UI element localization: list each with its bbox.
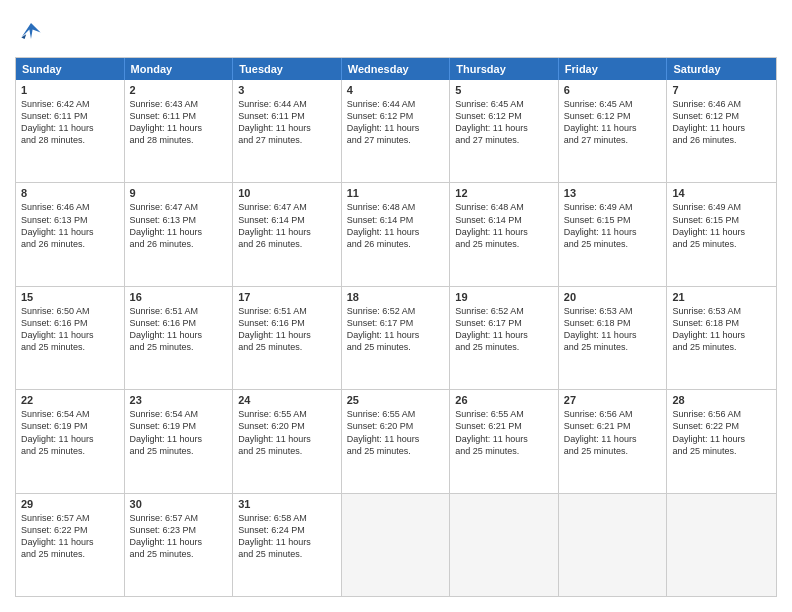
empty-cell (450, 494, 559, 596)
day-cell-23: 23Sunrise: 6:54 AM Sunset: 6:19 PM Dayli… (125, 390, 234, 492)
day-number: 22 (21, 394, 119, 406)
cell-info: Sunrise: 6:49 AM Sunset: 6:15 PM Dayligh… (564, 201, 662, 250)
day-cell-26: 26Sunrise: 6:55 AM Sunset: 6:21 PM Dayli… (450, 390, 559, 492)
weekday-header-thursday: Thursday (450, 58, 559, 80)
day-number: 31 (238, 498, 336, 510)
weekday-header-monday: Monday (125, 58, 234, 80)
cell-info: Sunrise: 6:58 AM Sunset: 6:24 PM Dayligh… (238, 512, 336, 561)
day-number: 20 (564, 291, 662, 303)
day-number: 28 (672, 394, 771, 406)
day-cell-17: 17Sunrise: 6:51 AM Sunset: 6:16 PM Dayli… (233, 287, 342, 389)
cell-info: Sunrise: 6:45 AM Sunset: 6:12 PM Dayligh… (455, 98, 553, 147)
day-number: 11 (347, 187, 445, 199)
day-cell-28: 28Sunrise: 6:56 AM Sunset: 6:22 PM Dayli… (667, 390, 776, 492)
cell-info: Sunrise: 6:54 AM Sunset: 6:19 PM Dayligh… (130, 408, 228, 457)
cell-info: Sunrise: 6:46 AM Sunset: 6:12 PM Dayligh… (672, 98, 771, 147)
day-number: 17 (238, 291, 336, 303)
cell-info: Sunrise: 6:44 AM Sunset: 6:11 PM Dayligh… (238, 98, 336, 147)
day-cell-10: 10Sunrise: 6:47 AM Sunset: 6:14 PM Dayli… (233, 183, 342, 285)
day-number: 18 (347, 291, 445, 303)
day-cell-11: 11Sunrise: 6:48 AM Sunset: 6:14 PM Dayli… (342, 183, 451, 285)
day-number: 4 (347, 84, 445, 96)
cell-info: Sunrise: 6:50 AM Sunset: 6:16 PM Dayligh… (21, 305, 119, 354)
calendar-row-4: 22Sunrise: 6:54 AM Sunset: 6:19 PM Dayli… (16, 389, 776, 492)
day-cell-19: 19Sunrise: 6:52 AM Sunset: 6:17 PM Dayli… (450, 287, 559, 389)
day-cell-25: 25Sunrise: 6:55 AM Sunset: 6:20 PM Dayli… (342, 390, 451, 492)
empty-cell (559, 494, 668, 596)
day-cell-6: 6Sunrise: 6:45 AM Sunset: 6:12 PM Daylig… (559, 80, 668, 182)
day-number: 15 (21, 291, 119, 303)
day-number: 7 (672, 84, 771, 96)
day-cell-15: 15Sunrise: 6:50 AM Sunset: 6:16 PM Dayli… (16, 287, 125, 389)
day-number: 16 (130, 291, 228, 303)
cell-info: Sunrise: 6:44 AM Sunset: 6:12 PM Dayligh… (347, 98, 445, 147)
day-cell-5: 5Sunrise: 6:45 AM Sunset: 6:12 PM Daylig… (450, 80, 559, 182)
logo (15, 15, 51, 47)
cell-info: Sunrise: 6:57 AM Sunset: 6:23 PM Dayligh… (130, 512, 228, 561)
cell-info: Sunrise: 6:48 AM Sunset: 6:14 PM Dayligh… (347, 201, 445, 250)
day-cell-21: 21Sunrise: 6:53 AM Sunset: 6:18 PM Dayli… (667, 287, 776, 389)
day-cell-18: 18Sunrise: 6:52 AM Sunset: 6:17 PM Dayli… (342, 287, 451, 389)
day-number: 12 (455, 187, 553, 199)
day-number: 30 (130, 498, 228, 510)
cell-info: Sunrise: 6:42 AM Sunset: 6:11 PM Dayligh… (21, 98, 119, 147)
calendar: SundayMondayTuesdayWednesdayThursdayFrid… (15, 57, 777, 597)
cell-info: Sunrise: 6:55 AM Sunset: 6:20 PM Dayligh… (238, 408, 336, 457)
day-number: 3 (238, 84, 336, 96)
day-cell-30: 30Sunrise: 6:57 AM Sunset: 6:23 PM Dayli… (125, 494, 234, 596)
day-cell-8: 8Sunrise: 6:46 AM Sunset: 6:13 PM Daylig… (16, 183, 125, 285)
day-number: 13 (564, 187, 662, 199)
day-number: 25 (347, 394, 445, 406)
day-cell-22: 22Sunrise: 6:54 AM Sunset: 6:19 PM Dayli… (16, 390, 125, 492)
day-cell-20: 20Sunrise: 6:53 AM Sunset: 6:18 PM Dayli… (559, 287, 668, 389)
calendar-header: SundayMondayTuesdayWednesdayThursdayFrid… (16, 58, 776, 80)
calendar-row-2: 8Sunrise: 6:46 AM Sunset: 6:13 PM Daylig… (16, 182, 776, 285)
day-number: 19 (455, 291, 553, 303)
weekday-header-friday: Friday (559, 58, 668, 80)
day-cell-1: 1Sunrise: 6:42 AM Sunset: 6:11 PM Daylig… (16, 80, 125, 182)
cell-info: Sunrise: 6:55 AM Sunset: 6:20 PM Dayligh… (347, 408, 445, 457)
cell-info: Sunrise: 6:45 AM Sunset: 6:12 PM Dayligh… (564, 98, 662, 147)
cell-info: Sunrise: 6:52 AM Sunset: 6:17 PM Dayligh… (455, 305, 553, 354)
cell-info: Sunrise: 6:46 AM Sunset: 6:13 PM Dayligh… (21, 201, 119, 250)
day-cell-31: 31Sunrise: 6:58 AM Sunset: 6:24 PM Dayli… (233, 494, 342, 596)
day-cell-3: 3Sunrise: 6:44 AM Sunset: 6:11 PM Daylig… (233, 80, 342, 182)
cell-info: Sunrise: 6:56 AM Sunset: 6:22 PM Dayligh… (672, 408, 771, 457)
cell-info: Sunrise: 6:48 AM Sunset: 6:14 PM Dayligh… (455, 201, 553, 250)
day-number: 6 (564, 84, 662, 96)
day-number: 27 (564, 394, 662, 406)
calendar-body: 1Sunrise: 6:42 AM Sunset: 6:11 PM Daylig… (16, 80, 776, 596)
day-number: 1 (21, 84, 119, 96)
day-number: 8 (21, 187, 119, 199)
day-number: 26 (455, 394, 553, 406)
day-cell-27: 27Sunrise: 6:56 AM Sunset: 6:21 PM Dayli… (559, 390, 668, 492)
cell-info: Sunrise: 6:47 AM Sunset: 6:14 PM Dayligh… (238, 201, 336, 250)
cell-info: Sunrise: 6:49 AM Sunset: 6:15 PM Dayligh… (672, 201, 771, 250)
cell-info: Sunrise: 6:51 AM Sunset: 6:16 PM Dayligh… (130, 305, 228, 354)
day-number: 9 (130, 187, 228, 199)
day-number: 2 (130, 84, 228, 96)
logo-icon (15, 15, 47, 47)
cell-info: Sunrise: 6:51 AM Sunset: 6:16 PM Dayligh… (238, 305, 336, 354)
page: SundayMondayTuesdayWednesdayThursdayFrid… (0, 0, 792, 612)
day-cell-2: 2Sunrise: 6:43 AM Sunset: 6:11 PM Daylig… (125, 80, 234, 182)
day-cell-9: 9Sunrise: 6:47 AM Sunset: 6:13 PM Daylig… (125, 183, 234, 285)
day-number: 21 (672, 291, 771, 303)
day-number: 23 (130, 394, 228, 406)
day-cell-12: 12Sunrise: 6:48 AM Sunset: 6:14 PM Dayli… (450, 183, 559, 285)
weekday-header-tuesday: Tuesday (233, 58, 342, 80)
calendar-row-5: 29Sunrise: 6:57 AM Sunset: 6:22 PM Dayli… (16, 493, 776, 596)
calendar-row-3: 15Sunrise: 6:50 AM Sunset: 6:16 PM Dayli… (16, 286, 776, 389)
cell-info: Sunrise: 6:54 AM Sunset: 6:19 PM Dayligh… (21, 408, 119, 457)
cell-info: Sunrise: 6:56 AM Sunset: 6:21 PM Dayligh… (564, 408, 662, 457)
calendar-row-1: 1Sunrise: 6:42 AM Sunset: 6:11 PM Daylig… (16, 80, 776, 182)
cell-info: Sunrise: 6:43 AM Sunset: 6:11 PM Dayligh… (130, 98, 228, 147)
empty-cell (342, 494, 451, 596)
day-number: 10 (238, 187, 336, 199)
day-number: 24 (238, 394, 336, 406)
empty-cell (667, 494, 776, 596)
weekday-header-wednesday: Wednesday (342, 58, 451, 80)
day-cell-16: 16Sunrise: 6:51 AM Sunset: 6:16 PM Dayli… (125, 287, 234, 389)
day-cell-7: 7Sunrise: 6:46 AM Sunset: 6:12 PM Daylig… (667, 80, 776, 182)
weekday-header-saturday: Saturday (667, 58, 776, 80)
